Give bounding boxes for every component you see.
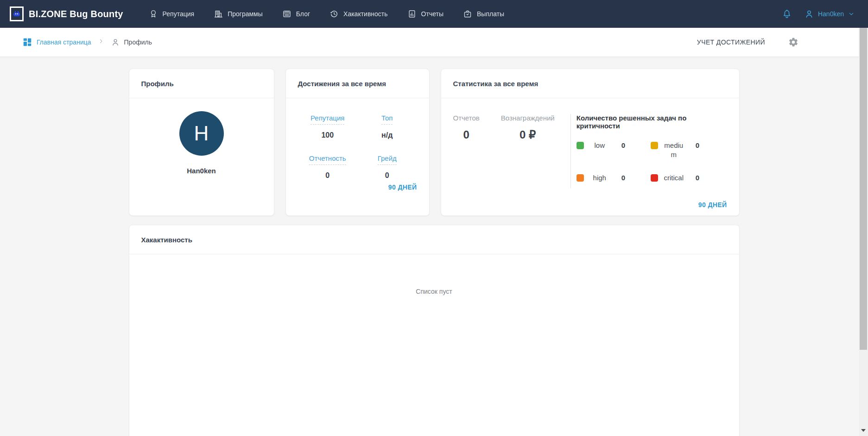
hackactivity-card: Хакактивность Список пуст: [129, 225, 740, 436]
navbar-right: Han0ken: [782, 9, 855, 19]
settings-button[interactable]: [788, 37, 798, 47]
severity-medium: medium 0: [651, 141, 725, 159]
breadcrumb-current: Профиль: [111, 38, 152, 47]
stat-reputation-label[interactable]: Репутация: [310, 114, 344, 125]
severity-medium-value: 0: [696, 141, 699, 149]
achievements-card-header: Достижения за все время: [286, 69, 429, 98]
chevron-down-icon: [848, 10, 855, 18]
stat-rewards-value: 0 ₽: [520, 128, 536, 141]
notifications-button[interactable]: [782, 9, 792, 19]
username-label: Han0ken: [818, 10, 844, 18]
triangle-down-icon: [861, 429, 866, 432]
briefcase-icon: [463, 9, 472, 19]
severity-critical-value: 0: [696, 174, 699, 182]
nav-item-reports[interactable]: Отчеты: [407, 9, 444, 19]
main-nav: Репутация Программы Блог: [149, 9, 505, 19]
stat-reporting-label[interactable]: Отчетность: [309, 154, 346, 165]
severity-medium-swatch: [651, 142, 658, 149]
user-icon: [804, 9, 814, 19]
hackactivity-card-header: Хакактивность: [129, 225, 739, 254]
severity-high-value: 0: [621, 174, 625, 182]
profile-icon: [111, 38, 120, 47]
severity-low-label: low: [588, 141, 611, 150]
scrollbar-down-arrow[interactable]: [859, 429, 868, 432]
stat-reputation-value: 100: [321, 131, 334, 139]
main-content: Профиль H Han0ken Достижения за все врем…: [129, 57, 740, 436]
stat-grade: Грейд 0: [357, 154, 417, 180]
statistics-card-header: Статистика за все время: [441, 69, 739, 98]
severity-medium-label: medium: [662, 141, 685, 159]
medal-icon: [149, 9, 158, 19]
nav-label: Блог: [296, 10, 310, 18]
breadcrumb-bar: Главная страница Профиль УЧЕТ ДОСТИЖЕНИЙ: [0, 28, 859, 57]
achievements-card: Достижения за все время Репутация 100 То…: [285, 69, 430, 216]
stat-top-label[interactable]: Топ: [381, 114, 393, 125]
stat-reports-label: Отчетов: [453, 114, 480, 122]
dashboard-icon: [22, 37, 32, 47]
nav-label: Выплаты: [477, 10, 504, 18]
newspaper-icon: [282, 9, 291, 19]
breadcrumb-home-link[interactable]: Главная страница: [22, 37, 91, 47]
brand-text: BI.ZONE Bug Bounty: [29, 9, 123, 19]
stat-grade-value: 0: [385, 171, 389, 180]
scrollbar-thumb[interactable]: [860, 28, 867, 350]
stat-rewards-label: Вознаграждений: [501, 114, 555, 122]
statistics-totals: Отчетов 0 Вознаграждений 0 ₽: [453, 114, 570, 188]
breadcrumb-right: УЧЕТ ДОСТИЖЕНИЙ: [697, 37, 798, 47]
gear-icon: [788, 37, 798, 47]
statistics-90-days-link[interactable]: 90 ДНЕЙ: [698, 201, 727, 209]
achievements-accounting-link[interactable]: УЧЕТ ДОСТИЖЕНИЙ: [697, 38, 765, 46]
stat-reporting-value: 0: [325, 171, 329, 180]
severity-critical: critical 0: [651, 173, 725, 183]
statistics-card-body: Отчетов 0 Вознаграждений 0 ₽ Количество …: [441, 98, 739, 188]
stat-rewards: Вознаграждений 0 ₽: [501, 114, 555, 188]
severity-critical-label: critical: [662, 173, 685, 183]
breadcrumb-separator: [98, 38, 104, 46]
severity-critical-swatch: [651, 174, 658, 182]
profile-card-title: Профиль: [141, 80, 174, 88]
empty-list-text: Список пуст: [416, 288, 452, 295]
brand-logo[interactable]: BI.ZONE Bug Bounty: [10, 6, 123, 21]
stat-reports-value: 0: [463, 128, 469, 141]
profile-card: Профиль H Han0ken: [129, 69, 274, 216]
profile-card-header: Профиль: [129, 69, 274, 98]
achievements-90-days-link[interactable]: 90 ДНЕЙ: [388, 183, 417, 191]
nav-item-hackactivity[interactable]: Хакактивность: [329, 9, 388, 19]
severity-low-value: 0: [621, 141, 625, 149]
building-icon: [214, 9, 223, 19]
nav-label: Хакактивность: [343, 10, 388, 18]
severity-title: Количество решенных задач по критичности: [577, 114, 727, 130]
profile-username: Han0ken: [187, 167, 216, 175]
nav-item-payouts[interactable]: Выплаты: [463, 9, 504, 19]
severity-block: Количество решенных задач по критичности…: [570, 114, 727, 188]
nav-item-programs[interactable]: Программы: [214, 9, 263, 19]
history-icon: [329, 9, 339, 19]
nav-item-blog[interactable]: Блог: [282, 9, 310, 19]
avatar: H: [179, 111, 224, 156]
achievements-card-title: Достижения за все время: [298, 80, 386, 88]
hackactivity-card-title: Хакактивность: [141, 236, 192, 244]
stat-reporting: Отчетность 0: [298, 154, 358, 180]
stat-grade-label[interactable]: Грейд: [378, 154, 397, 165]
breadcrumb-current-label: Профиль: [124, 38, 152, 46]
severity-legend: low 0 medium 0 high 0: [577, 141, 727, 183]
severity-high-label: high: [588, 173, 611, 183]
stat-top-value: н/д: [381, 131, 393, 139]
nav-item-reputation[interactable]: Репутация: [149, 9, 195, 19]
breadcrumb: Главная страница Профиль: [22, 37, 152, 47]
vertical-scrollbar[interactable]: [859, 28, 868, 436]
hackactivity-card-body: Список пуст: [129, 254, 739, 295]
severity-high-swatch: [577, 174, 584, 182]
bell-icon: [782, 9, 792, 19]
chevron-right-icon: [98, 38, 104, 44]
severity-high: high 0: [577, 173, 651, 183]
nav-label: Репутация: [163, 10, 195, 18]
top-navbar: BI.ZONE Bug Bounty Репутация Программы: [0, 0, 868, 28]
severity-low-swatch: [577, 142, 584, 149]
statistics-card-title: Статистика за все время: [453, 80, 539, 88]
nav-label: Программы: [228, 10, 263, 18]
report-icon: [407, 9, 417, 19]
user-menu[interactable]: Han0ken: [804, 9, 855, 19]
stat-reports: Отчетов 0: [453, 114, 480, 188]
statistics-card: Статистика за все время Отчетов 0 Вознаг…: [441, 69, 740, 216]
